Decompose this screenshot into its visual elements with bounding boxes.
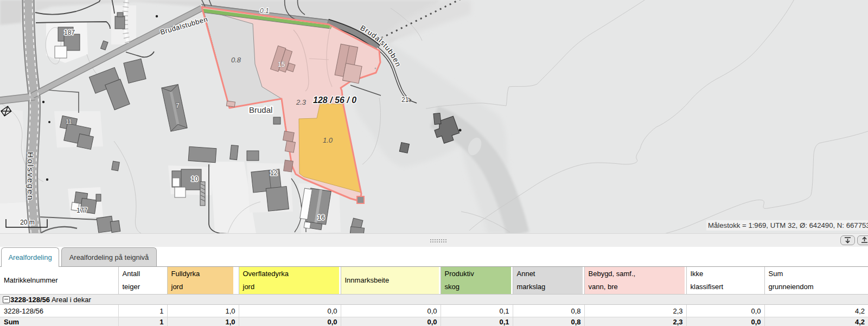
- svg-text:10: 10: [191, 175, 199, 183]
- svg-text:0.8: 0.8: [231, 56, 241, 64]
- svg-text:7: 7: [176, 102, 180, 110]
- svg-text:1.0: 1.0: [323, 136, 333, 144]
- svg-text:21: 21: [401, 96, 409, 104]
- svg-text:Målestokk = 1:969, UTM 32, Ø:: Målestokk = 1:969, UTM 32, Ø: 642490, N:…: [708, 221, 868, 229]
- svg-text:2.3: 2.3: [296, 98, 307, 106]
- svg-text:20 m: 20 m: [20, 219, 35, 226]
- svg-text:15: 15: [278, 61, 285, 68]
- svg-text:12: 12: [270, 169, 278, 177]
- svg-text:16: 16: [317, 214, 325, 221]
- svg-text:187: 187: [64, 29, 75, 36]
- svg-text:128 / 56 / 0: 128 / 56 / 0: [313, 95, 356, 105]
- svg-text:177: 177: [76, 207, 87, 214]
- svg-text:0.1: 0.1: [260, 7, 269, 15]
- svg-text:Holsvegen: Holsvegen: [26, 152, 35, 201]
- svg-text:Brudal: Brudal: [249, 105, 272, 114]
- svg-text:11: 11: [66, 118, 72, 125]
